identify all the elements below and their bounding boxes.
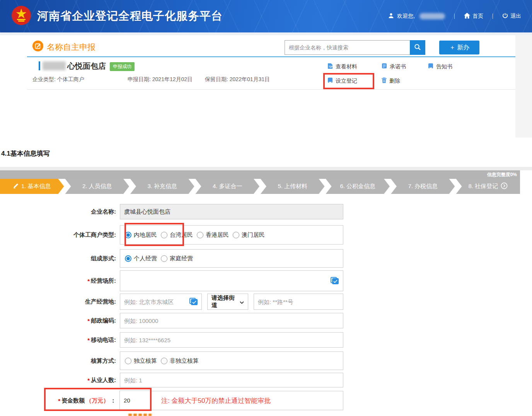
field-capital: * 资金数额（万元）： 注: 金额大于50万的禁止通过智能审批 [0,391,532,410]
delete-link[interactable]: 删除 [381,77,400,85]
redacted-county-name [43,61,66,70]
search-button[interactable] [410,40,425,55]
home-link[interactable]: 首页 [464,13,483,20]
accounting-group: 独立核算 非独立核算 [120,351,343,370]
national-emblem-icon [11,5,32,27]
composition-group: 个人经营 家庭经营 [120,249,343,268]
field-postal-code: *邮政编码: [0,313,532,328]
field-employees: *从业人数: [0,373,532,387]
record-name: 心悦面包店 [67,61,106,71]
trash-icon [381,77,387,85]
field-label: * 资金数额（万元）： [0,391,116,410]
mobile-input[interactable] [120,332,343,348]
app-header: 河南省企业登记全程电子化服务平台 欢迎您, 首页 退出 [0,0,532,32]
field-household-type: 个体工商户类型: 内地居民 台湾居民 香港居民 澳门居民 [0,225,532,245]
section-title: 名称自主申报 [47,42,95,53]
field-label: 组成形式: [0,249,116,268]
chevron-down-icon [240,299,244,305]
user-icon [388,13,394,20]
required-asterisk: * [58,397,60,404]
required-asterisk: * [87,278,90,284]
tab-basic-info[interactable]: 1. 基本信息 [0,179,64,194]
document-icon [327,77,333,85]
notice-link[interactable]: 告知书 [428,63,452,70]
setup-registration-link[interactable]: 设立登记 [327,77,357,85]
radio-hongkong-resident[interactable]: 香港居民 [197,231,229,239]
postal-code-input[interactable] [120,313,343,328]
required-asterisk: * [87,337,90,343]
divider [454,14,455,19]
wizard-top-strip [0,167,532,170]
household-type-group: 内地居民 台湾居民 香港居民 澳门居民 [120,225,343,245]
field-label: 企业名称: [0,204,116,219]
capital-note: 注: 金额大于50万的禁止通过智能审批 [161,396,271,405]
tab-multi-cert[interactable]: 4. 多证合一 [196,179,260,194]
field-business-premises: *经营场所: [0,270,532,291]
address-picker-icon[interactable] [331,277,339,285]
tab-personnel-info[interactable]: 2. 人员信息 [65,179,130,194]
pencil-icon [13,183,19,190]
radio-icon [125,358,131,364]
document-icon [327,63,333,70]
tab-social-security[interactable]: 8. 社保登记 [456,179,520,194]
district-picker-icon[interactable] [189,298,198,306]
radio-independent-accounting[interactable]: 独立核算 [125,357,157,365]
business-premises-input[interactable] [120,270,343,291]
wizard-tabs: 1. 基本信息 2. 人员信息 3. 补充信息 4. 多证合一 5. 上传材料 … [0,179,520,194]
field-label: 生产经营地: [0,294,116,310]
home-icon [464,13,470,20]
capital-input[interactable] [119,391,150,410]
record-company-type: 企业类型: 个体工商户 [32,76,84,83]
divider [493,14,493,19]
field-mobile: *移动电话: [0,332,532,348]
header-divider-strip [0,32,532,35]
record-declare-date: 申报日期: 2021年12月02日 [128,76,193,83]
edit-badge-icon [32,41,43,51]
radio-non-independent-accounting[interactable]: 非独立核算 [161,357,199,365]
view-materials-link[interactable]: 查看材料 [327,63,357,70]
plus-icon: ＋ [449,44,455,52]
street-address-input[interactable] [254,294,343,310]
street-select[interactable]: 请选择街道 [207,294,248,310]
radio-icon [233,232,239,238]
progress-bar: 信息完整度0% [0,170,520,179]
page: 河南省企业登记全程电子化服务平台 欢迎您, 首页 退出 [0,0,532,416]
required-asterisk: * [87,318,90,324]
field-label: *移动电话: [0,332,116,348]
radio-macau-resident[interactable]: 澳门居民 [233,231,265,239]
search-bar [285,40,425,55]
company-name-input[interactable] [120,204,343,219]
commitment-link[interactable]: 承诺书 [381,63,406,70]
document-icon [381,63,387,70]
new-application-button[interactable]: ＋ 新办 [439,41,479,54]
radio-icon [161,232,167,238]
field-label: 核算方式: [0,351,116,370]
logout-link[interactable]: 退出 [502,13,521,20]
radio-mainland-resident[interactable]: 内地居民 [125,231,157,239]
radio-icon [197,232,203,238]
power-icon [502,13,508,20]
tab-upload-materials[interactable]: 5. 上传材料 [261,179,325,194]
field-production-place: 生产经营地: 请选择街道 [0,294,532,310]
radio-icon [125,255,131,262]
field-company-name: 企业名称: [0,204,532,219]
record-retain-date: 保留日期: 2022年01月31日 [205,76,270,83]
doc-heading: 4.1基本信息填写 [1,149,50,158]
circle-chevron-right-icon [501,182,508,190]
tab-supplementary-info[interactable]: 3. 补充信息 [130,179,194,194]
document-icon [428,63,434,70]
radio-icon [161,255,167,262]
radio-family-operation[interactable]: 家庭经营 [161,255,193,262]
status-badge: 申报成功 [110,62,135,71]
field-label: *从业人数: [0,373,116,387]
search-input[interactable] [285,40,410,55]
radio-taiwan-resident[interactable]: 台湾居民 [161,231,193,239]
field-accounting: 核算方式: 独立核算 非独立核算 [0,351,532,370]
tab-tax-info[interactable]: 7. 办税信息 [391,179,455,194]
welcome-text: 欢迎您, [397,13,415,20]
redacted-username [419,13,445,19]
tab-provident-fund[interactable]: 6. 公积金信息 [326,179,390,194]
employees-input[interactable] [120,373,343,387]
radio-individual-operation[interactable]: 个人经营 [125,255,157,262]
required-asterisk: * [87,377,90,384]
